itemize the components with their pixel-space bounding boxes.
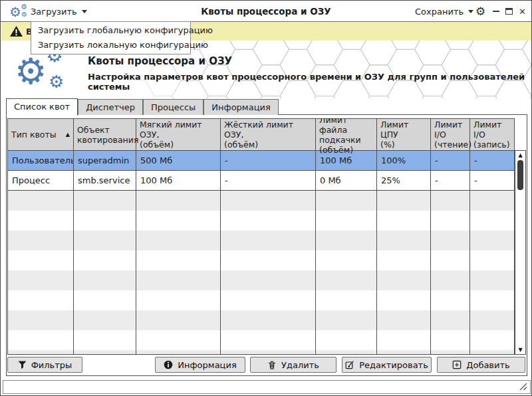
save-menu-button[interactable]: Сохранить [415, 1, 473, 22]
table-row[interactable]: Пользовательsuperadmin500 Мб-100 Мб100%-… [8, 151, 514, 171]
edit-icon [345, 360, 354, 369]
tab-processes[interactable]: Процессы [143, 99, 203, 115]
table-cell: - [431, 151, 470, 170]
table-cell [74, 270, 136, 290]
table-cell [8, 250, 74, 270]
table-cell [136, 310, 221, 330]
table-cell [316, 191, 377, 211]
table-cell [221, 310, 316, 330]
empty-table-row [8, 211, 514, 231]
add-button[interactable]: Добавить [437, 357, 525, 373]
vertical-scrollbar[interactable]: ▲ ▼ [515, 150, 526, 355]
table-cell [316, 310, 377, 330]
table-cell [316, 290, 377, 310]
warning-icon [9, 25, 23, 37]
table-cell [74, 310, 136, 330]
table-cell [136, 191, 221, 211]
table-cell [377, 350, 431, 355]
table-cell [221, 270, 316, 290]
empty-table-row [8, 330, 514, 350]
column-header[interactable]: Лимит ЦПУ (%) [377, 119, 431, 150]
tab-dispatcher[interactable]: Диспетчер [78, 99, 143, 115]
table-cell [316, 350, 377, 355]
column-header[interactable]: Лимит I/O (запись) [470, 119, 514, 150]
table-cell [8, 211, 74, 231]
tab-quota-list[interactable]: Список квот [6, 98, 78, 116]
table-cell [74, 290, 136, 310]
table-cell [74, 211, 136, 231]
filter-icon [18, 361, 27, 369]
filters-button[interactable]: Фильтры [7, 357, 82, 373]
table-body: Пользовательsuperadmin500 Мб-100 Мб100%-… [8, 151, 514, 355]
table-cell [470, 250, 514, 270]
scrollbar-thumb[interactable] [517, 160, 523, 190]
chevron-down-icon [82, 10, 87, 13]
table-cell [470, 290, 514, 310]
column-header-label: Лимит файла подкачки (объём) [319, 118, 373, 155]
table-cell [431, 211, 470, 231]
table-cell [136, 290, 221, 310]
column-header[interactable]: Лимит I/O (чтение) [431, 119, 470, 150]
table-cell [470, 231, 514, 250]
column-header[interactable]: Жёсткий лимит ОЗУ, (объём) [221, 119, 316, 150]
table-cell [377, 191, 431, 211]
gear-icon: ⚙ [15, 54, 47, 90]
table-cell [377, 250, 431, 270]
table-cell [470, 211, 514, 231]
tab-information[interactable]: Информация [203, 99, 278, 115]
sort-ascending-icon: ▲ [66, 132, 70, 138]
table-cell: 100 Мб [316, 151, 377, 170]
table-cell [377, 290, 431, 310]
table-grid: Тип квоты▲Объект квотированияМягкий лими… [7, 118, 515, 355]
table-cell: - [431, 171, 470, 190]
table-cell: - [221, 151, 316, 170]
close-button[interactable]: ✕ [519, 7, 526, 16]
table-cell: 100 Мб [136, 171, 221, 190]
table-cell [221, 211, 316, 231]
edit-button[interactable]: Редактировать [342, 357, 432, 373]
table-cell [470, 350, 514, 355]
resize-grip[interactable] [518, 383, 527, 391]
column-header[interactable]: Объект квотирования [74, 119, 136, 150]
table-cell [316, 250, 377, 270]
menu-item-load-local-config[interactable]: Загрузить локальную конфигурацию [31, 38, 190, 52]
load-menu-button[interactable]: Загрузить [31, 1, 87, 22]
gear-icon: ⚙ [21, 11, 27, 18]
table-cell [431, 231, 470, 250]
table-cell: - [470, 171, 514, 190]
column-header[interactable]: Мягкий лимит ОЗУ, (объём) [136, 119, 221, 150]
table-row[interactable]: Процессsmb.service100 Мб-0 Мб25%-- [8, 171, 514, 191]
table-cell [8, 310, 74, 330]
trash-icon [267, 360, 277, 369]
titlebar: ⚙ ⚙ ⚙ Загрузить Квоты процессора и ОЗУ С… [1, 1, 531, 22]
table-cell [221, 290, 316, 310]
scroll-down-icon[interactable]: ▼ [515, 346, 525, 354]
table-cell [431, 350, 470, 355]
maximize-button[interactable] [505, 8, 513, 15]
table-cell [470, 270, 514, 290]
column-header-label: Объект квотирования [77, 125, 138, 145]
filters-button-label: Фильтры [31, 360, 72, 370]
table-cell [316, 330, 377, 350]
table-cell [8, 350, 74, 355]
info-button[interactable]: Информация [155, 357, 245, 373]
tab-bar: Список квотДиспетчерПроцессыИнформация [6, 98, 279, 115]
scroll-up-icon[interactable]: ▲ [515, 151, 525, 159]
delete-button[interactable]: Удалить [250, 357, 336, 373]
table-cell [377, 211, 431, 231]
minimize-button[interactable] [493, 11, 499, 12]
empty-table-row [8, 290, 514, 310]
content-panel: Тип квоты▲Объект квотированияМягкий лими… [6, 114, 527, 376]
empty-table-row [8, 310, 514, 330]
gear-icon: ⚙ [21, 3, 27, 11]
column-header[interactable]: Тип квоты▲ [8, 119, 74, 150]
settings-gear-icon[interactable]: ⚙ [475, 1, 485, 22]
table-cell [136, 270, 221, 290]
empty-table-row [8, 350, 514, 355]
menu-item-load-global-config[interactable]: Загрузить глобальную конфигурацию [31, 23, 190, 38]
column-header[interactable]: Лимит файла подкачки (объём) [316, 119, 377, 150]
page-title: Квоты процессора и ОЗУ [88, 55, 232, 67]
table-cell [470, 330, 514, 350]
table-cell [74, 330, 136, 350]
status-bar [3, 380, 531, 394]
